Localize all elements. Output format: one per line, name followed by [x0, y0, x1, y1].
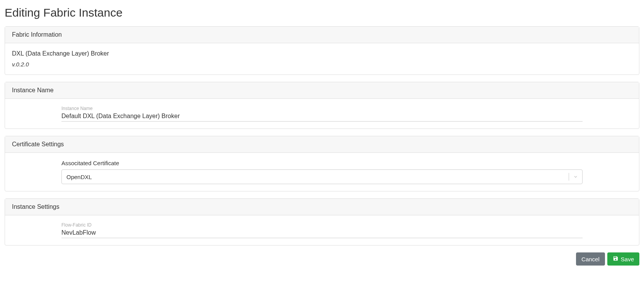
instance-name-panel: Instance Name Instance Name: [5, 82, 639, 129]
instance-settings-header: Instance Settings: [5, 199, 639, 215]
save-button-label: Save: [621, 256, 634, 262]
associated-certificate-value: OpenDXL: [62, 171, 569, 183]
flow-fabric-id-label: Flow-Fabric ID: [61, 222, 583, 228]
cancel-button[interactable]: Cancel: [576, 252, 605, 266]
fabric-name-text: DXL (Data Exchange Layer) Broker: [12, 50, 632, 57]
cancel-button-label: Cancel: [581, 256, 600, 262]
instance-settings-panel: Instance Settings Flow-Fabric ID: [5, 198, 639, 245]
fabric-information-header: Fabric Information: [5, 27, 639, 43]
associated-certificate-label: Associtated Certificate: [61, 160, 583, 166]
associated-certificate-select[interactable]: OpenDXL: [61, 169, 583, 184]
fabric-information-panel: Fabric Information DXL (Data Exchange La…: [5, 26, 639, 75]
instance-name-input[interactable]: [61, 112, 583, 122]
flow-fabric-id-input[interactable]: [61, 228, 583, 238]
instance-name-label: Instance Name: [61, 106, 583, 111]
action-buttons-row: Cancel Save: [5, 252, 639, 266]
chevron-down-icon: [569, 174, 582, 180]
certificate-settings-header: Certificate Settings: [5, 136, 639, 153]
certificate-settings-panel: Certificate Settings Associtated Certifi…: [5, 136, 639, 191]
page-title: Editing Fabric Instance: [5, 6, 639, 19]
fabric-version-text: v.0.2.0: [12, 61, 632, 68]
save-icon: [613, 256, 619, 262]
save-button[interactable]: Save: [607, 252, 639, 266]
instance-name-header: Instance Name: [5, 82, 639, 99]
